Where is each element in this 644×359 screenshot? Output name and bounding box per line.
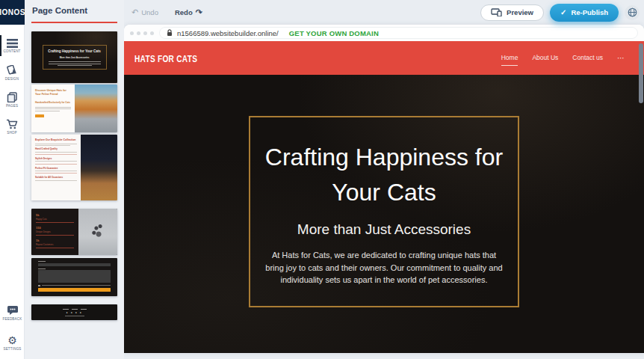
nav-item-home[interactable]: Home [501, 54, 518, 66]
mini-stats-photo [78, 209, 117, 255]
mini-collection-item: Perfect Fit Guarantee [35, 167, 77, 174]
panel-title: Page Content [31, 6, 117, 15]
page-content-panel: Page Content Crafting Happiness for Your… [25, 0, 124, 359]
mini-features-photo [75, 85, 118, 132]
mini-collection-heading: Explore Our Exquisite Collection [35, 138, 77, 141]
sidebar-item-shop[interactable]: SHOP [0, 113, 24, 140]
mini-collection-text: Explore Our Exquisite Collection Hand Cr… [31, 135, 81, 200]
hero-framed-box: Crafting Happiness for Your Cats More th… [249, 116, 519, 307]
sidebar-item-pages[interactable]: PAGES [0, 86, 24, 113]
scrollbar-thumb[interactable] [639, 43, 643, 103]
section-thumbnail-contact-form[interactable] [31, 258, 117, 296]
republish-button[interactable]: ✓ Re-Publish [550, 4, 619, 22]
mini-stat-label: Unique Designs [36, 230, 74, 233]
app-sidebar: IONOS CONTENT DESIGN PAGES [0, 0, 25, 359]
preview-button[interactable]: Preview [480, 4, 544, 21]
sidebar-item-label: SETTINGS [3, 347, 21, 351]
mini-form-textarea [38, 270, 111, 283]
nav-item-about[interactable]: About Us [532, 54, 558, 63]
site-nav: Home About Us Contact us ⋯ [501, 54, 625, 63]
hero-title-line2: Your Cats [332, 179, 436, 206]
mini-collection-photo [81, 135, 117, 200]
section-thumbnail-footer[interactable]: ● ● ● ● [31, 304, 117, 320]
republish-label: Re-Publish [571, 8, 608, 16]
mini-collection-paragraph [35, 144, 77, 146]
mini-features-subheading: Handcrafted Exclusively for Cats [35, 101, 71, 104]
sidebar-item-settings[interactable]: ⚙ SETTINGS [0, 329, 25, 356]
sidebar-bottom: FEEDBACK ⚙ SETTINGS [0, 299, 25, 356]
language-button[interactable] [625, 5, 640, 20]
mini-collection-item: Hand Crafted Quality [35, 147, 77, 155]
section-thumbnail-hero[interactable]: Crafting Happiness for Your Cats More th… [31, 31, 117, 83]
sidebar-item-content[interactable]: CONTENT [0, 32, 24, 59]
cart-icon [6, 119, 18, 129]
mini-stat: 5k Happy Cats [36, 213, 74, 223]
hero-section[interactable]: Crafting Happiness for Your Cats More th… [124, 75, 644, 353]
mini-footer-social-icons: ● ● ● ● [66, 311, 83, 314]
nav-item-contact[interactable]: Contact us [572, 54, 603, 63]
section-thumbnail-collection[interactable]: Explore Our Exquisite Collection Hand Cr… [31, 135, 117, 200]
mini-footer-links [63, 309, 87, 310]
redo-icon: ↷ [196, 8, 202, 16]
mini-stat-value: 5k [36, 213, 74, 217]
mini-features-paragraph [35, 107, 71, 111]
sidebar-item-feedback[interactable]: FEEDBACK [0, 299, 25, 326]
mini-features-text: Discover Unique Hats for Your Feline Fri… [31, 85, 75, 132]
sidebar-item-design[interactable]: DESIGN [0, 59, 24, 86]
hero-subtitle: More than Just Accessories [264, 221, 504, 238]
toolbar-actions: Preview ✓ Re-Publish [480, 4, 640, 22]
undo-icon: ↶ [131, 8, 138, 16]
site-logo[interactable]: HATS FOR CATS [134, 52, 197, 63]
mini-collection-item-label: Suitable for All Occasions [35, 176, 77, 179]
undo-label: Undo [141, 8, 158, 16]
mini-stat-label: Repeat Customers [36, 243, 74, 246]
gear-icon: ⚙ [7, 335, 17, 346]
devices-icon [491, 8, 502, 16]
site-preview-frame: n1566589.websitebuilder.online/ GET YOUR… [124, 25, 644, 353]
mini-hero-paragraph [46, 61, 104, 66]
sidebar-item-label: DESIGN [5, 77, 19, 81]
preview-scrollbar[interactable] [638, 41, 644, 353]
mini-form-checkbox-row [38, 285, 111, 287]
pages-icon [7, 92, 18, 102]
sidebar-item-label: SHOP [7, 131, 17, 135]
sidebar-nav: CONTENT DESIGN PAGES SHOP [0, 32, 24, 140]
hero-title-line1: Crafting Happiness for [265, 144, 503, 171]
globe-icon [628, 7, 637, 17]
site-header: HATS FOR CATS Home About Us Contact us ⋯ [124, 41, 644, 75]
undo-button[interactable]: ↶ Undo [131, 8, 158, 16]
browser-url-bar: n1566589.websitebuilder.online/ GET YOUR… [124, 25, 644, 41]
redo-label: Redo [175, 8, 193, 16]
sidebar-item-label: CONTENT [3, 49, 20, 53]
mini-collection-item: Stylish Designs [35, 157, 77, 165]
mini-stats-text: 5k Happy Cats 150 Unique Designs 1k Repe… [31, 209, 78, 255]
hero-paragraph: At Hats for Cats, we are dedicated to cr… [264, 249, 504, 286]
mini-collection-item-label: Stylish Designs [35, 157, 77, 160]
redo-button[interactable]: Redo ↷ [175, 8, 202, 16]
mini-hero-title: Crafting Happiness for Your Cats [46, 49, 104, 55]
site-url: n1566589.websitebuilder.online/ [177, 29, 279, 37]
check-icon: ✓ [560, 8, 566, 16]
section-thumbnail-stats[interactable]: 5k Happy Cats 150 Unique Designs 1k Repe… [31, 209, 117, 255]
get-domain-link[interactable]: GET YOUR OWN DOMAIN [289, 29, 379, 37]
design-icon [7, 65, 18, 76]
mini-features-button [35, 114, 44, 117]
window-dots [130, 31, 154, 35]
mini-stat: 1k Repeat Customers [36, 239, 74, 248]
mini-footer-copyright [65, 316, 84, 316]
mini-hero-box: Crafting Happiness for Your Cats More th… [43, 45, 107, 70]
editor-toolbar: ↶ Undo Redo ↷ Preview ✓ Re-Publish [124, 0, 644, 25]
mini-form-input [38, 263, 111, 267]
nav-more-icon[interactable]: ⋯ [617, 54, 625, 62]
sidebar-item-label: FEEDBACK [3, 317, 22, 321]
mini-form-label [38, 269, 46, 269]
panel-active-underline [31, 22, 117, 23]
mini-stat: 150 Unique Designs [36, 226, 74, 236]
mini-collection-item-label: Hand Crafted Quality [35, 147, 77, 150]
mini-stat-label: Happy Cats [36, 218, 74, 221]
mini-form-submit-button [38, 288, 111, 292]
mini-hero-subtitle: More than Just Accessories [46, 56, 104, 59]
section-thumbnail-features[interactable]: Discover Unique Hats for Your Feline Fri… [31, 85, 117, 132]
ionos-logo: IONOS [0, 0, 25, 25]
mini-collection-item-label: Perfect Fit Guarantee [35, 167, 77, 170]
